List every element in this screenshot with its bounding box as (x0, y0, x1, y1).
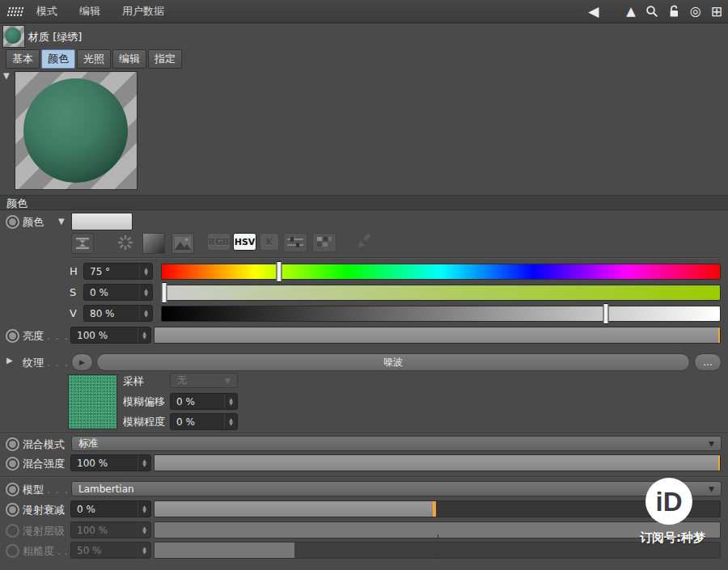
eyedropper-icon[interactable] (353, 231, 375, 252)
blur-offset-input[interactable]: 0 % ▲▼ (170, 393, 238, 410)
saturation-input[interactable]: 0 % ▲▼ (83, 284, 153, 301)
mix-strength-label: 混合强度 (23, 457, 65, 471)
mix-strength-input[interactable]: 100 % ▲▼ (70, 454, 151, 471)
menu-edit[interactable]: 编辑 (79, 4, 100, 19)
tab-color[interactable]: 颜色 (41, 49, 75, 69)
rgb-mode-button[interactable]: RGB (207, 233, 231, 251)
diffuse-falloff-slider-handle[interactable] (433, 501, 436, 517)
brightness-label: 亮度. . . (23, 329, 69, 344)
hue-handle[interactable] (276, 261, 281, 282)
compact-icon[interactable] (71, 233, 94, 254)
chevron-down-icon: ▼ (225, 377, 231, 385)
color-dropdown-icon[interactable]: ▼ (58, 217, 65, 226)
add-icon[interactable] (711, 5, 722, 19)
tab-assign[interactable]: 指定 (148, 49, 182, 69)
saturation-handle[interactable] (162, 282, 167, 303)
blur-scale-input[interactable]: 0 % ▲▼ (170, 413, 238, 430)
material-editor-window: 模式 编辑 用户数据 材质 [绿绣] 基本 颜色 光照 编辑 指定 ▼ 颜色 颜… (0, 0, 728, 570)
diffuse-falloff-slider[interactable] (154, 500, 721, 517)
stepper-icon[interactable]: ▲▼ (138, 501, 150, 517)
texture-label: 纹理. . . (23, 356, 69, 370)
diffuse-level-input: 100 % ▲▼ (70, 521, 151, 538)
mixer-icon[interactable] (312, 233, 336, 252)
texture-noise-thumbnail[interactable] (68, 374, 117, 429)
gradient-icon[interactable] (142, 233, 165, 254)
unlock-icon[interactable] (668, 5, 680, 18)
model-radio[interactable] (6, 483, 19, 496)
stepper-icon: ▲▼ (138, 543, 150, 558)
chevron-down-icon: ▼ (709, 440, 714, 448)
value-handle[interactable] (603, 303, 609, 324)
texture-more-button[interactable]: ... (694, 353, 722, 371)
divider (0, 476, 728, 477)
mix-mode-dropdown[interactable]: 标准▼ (71, 436, 722, 451)
tab-basic[interactable]: 基本 (6, 49, 40, 69)
menu-user-data[interactable]: 用户数据 (122, 4, 164, 19)
hue-gradient-bar[interactable] (161, 264, 721, 280)
texture-shader-button[interactable]: 噪波 (96, 353, 690, 371)
stepper-icon[interactable]: ▲▼ (139, 306, 152, 321)
picture-icon[interactable] (171, 233, 194, 254)
saturation-gradient-bar[interactable] (161, 285, 721, 301)
mix-strength-radio[interactable] (6, 457, 19, 471)
menubar: 模式 编辑 用户数据 (0, 0, 728, 23)
mix-strength-slider-handle[interactable] (718, 455, 721, 471)
tab-bar: 基本 颜色 光照 编辑 指定 (6, 49, 182, 69)
tab-editor[interactable]: 编辑 (112, 49, 146, 69)
tab-luminance[interactable]: 光照 (77, 49, 111, 69)
roughness-radio[interactable] (6, 544, 19, 558)
roughness-input: 50 % ▲▼ (70, 542, 151, 559)
target-icon[interactable] (690, 5, 701, 18)
back-icon[interactable] (588, 5, 599, 19)
texture-expand-icon[interactable]: ▶ (6, 356, 13, 365)
stepper-icon[interactable]: ▲▼ (224, 414, 237, 429)
page-title: 材质 [绿绣] (28, 30, 82, 44)
roughness-label: 粗糙度 . . (23, 544, 68, 559)
stepper-icon[interactable]: ▲▼ (138, 327, 150, 343)
diffuse-level-label: 漫射层级 (23, 524, 65, 538)
model-dropdown[interactable]: Lambertian▼ (71, 481, 722, 496)
hue-label: H (70, 265, 78, 277)
texture-play-button[interactable]: ▶ (71, 353, 93, 371)
stepper-icon[interactable]: ▲▼ (138, 455, 150, 471)
brightness-radio[interactable] (6, 329, 19, 343)
color-wheel-icon[interactable] (115, 233, 136, 252)
preview-collapse-icon[interactable]: ▼ (3, 71, 10, 80)
mix-mode-label: 混合模式 (23, 437, 65, 452)
brightness-slider-handle[interactable] (718, 327, 721, 343)
sliders-icon[interactable] (283, 233, 307, 252)
mix-mode-radio[interactable] (6, 437, 19, 451)
diffuse-level-radio[interactable] (6, 524, 19, 538)
sample-label: 采样 (123, 374, 144, 389)
brightness-input[interactable]: 100 % ▲▼ (70, 327, 151, 344)
svg-text:iD: iD (656, 487, 683, 517)
stepper-icon[interactable]: ▲▼ (224, 394, 237, 409)
diffuse-falloff-input[interactable]: 0 % ▲▼ (70, 500, 151, 517)
stepper-icon: ▲▼ (138, 522, 150, 538)
value-input[interactable]: 80 % ▲▼ (83, 305, 153, 322)
mix-strength-slider[interactable] (154, 454, 721, 471)
hsv-mode-button[interactable]: HSV (233, 233, 256, 251)
stepper-icon[interactable]: ▲▼ (139, 264, 152, 279)
k-mode-button[interactable]: K (260, 233, 279, 251)
diffuse-falloff-radio[interactable] (6, 503, 19, 517)
grip-dots-icon[interactable] (6, 6, 24, 17)
color-channel-radio[interactable] (6, 215, 19, 229)
divider (71, 257, 721, 258)
up-arrow-icon[interactable] (626, 6, 636, 18)
search-icon[interactable] (645, 5, 658, 18)
brightness-slider[interactable] (154, 327, 721, 344)
material-preview[interactable] (15, 71, 138, 190)
color-swatch[interactable] (71, 213, 133, 230)
divider (0, 433, 728, 433)
value-gradient-bar[interactable] (161, 306, 721, 322)
chevron-down-icon: ▼ (709, 485, 714, 493)
sample-dropdown[interactable]: 无▼ (170, 373, 238, 388)
blur-scale-label: 模糊程度 (123, 415, 165, 429)
section-header-color: 颜色 (0, 195, 728, 210)
stepper-icon[interactable]: ▲▼ (139, 285, 152, 300)
watermark-logo: iD (645, 477, 693, 526)
hue-input[interactable]: 75 ° ▲▼ (83, 263, 153, 280)
menu-mode[interactable]: 模式 (36, 4, 57, 19)
diffuse-falloff-label: 漫射衰减 (23, 503, 65, 517)
